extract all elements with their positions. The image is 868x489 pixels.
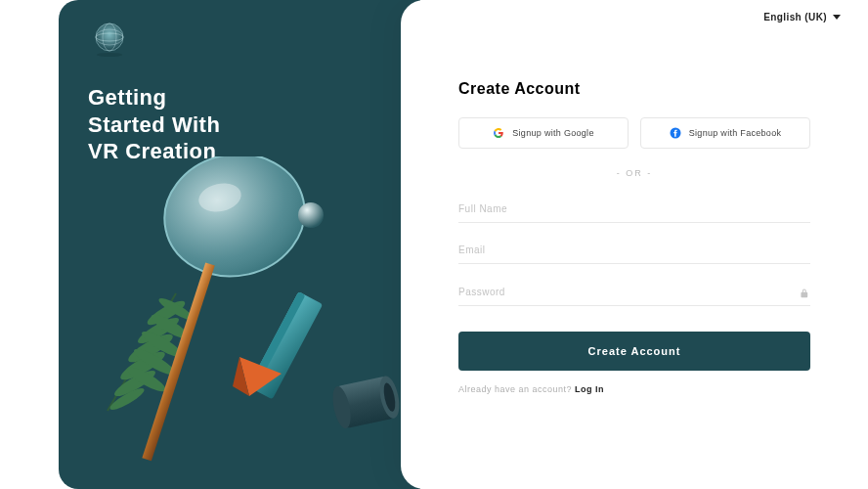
lock-icon [799, 286, 810, 297]
password-field[interactable] [458, 278, 810, 306]
chevron-down-icon [833, 15, 841, 20]
signup-facebook-button[interactable]: Signup with Facebook [640, 117, 810, 149]
form-divider: - OR - [458, 168, 810, 178]
form-title: Create Account [458, 80, 810, 98]
hero-line-1: Getting [88, 85, 167, 110]
facebook-icon [670, 127, 681, 139]
signup-google-button[interactable]: Signup with Google [458, 117, 629, 149]
hero-panel: Getting Started With VR Creation [59, 0, 420, 489]
login-prompt-row: Already have an account? Log In [458, 384, 810, 394]
fullname-field[interactable] [458, 196, 810, 223]
brand-logo [88, 18, 131, 61]
email-input[interactable] [458, 244, 810, 255]
svg-point-19 [298, 202, 324, 228]
form-panel: English (UK) Create Account Signup with … [401, 0, 868, 489]
svg-point-17 [153, 156, 317, 289]
language-label: English (UK) [763, 12, 827, 22]
google-button-label: Signup with Google [512, 128, 593, 138]
hero-heading: Getting Started With VR Creation [88, 84, 391, 165]
social-signup-row: Signup with Google Signup with Facebook [458, 117, 810, 149]
svg-point-0 [96, 23, 123, 51]
facebook-button-label: Signup with Facebook [689, 128, 782, 138]
create-account-button[interactable]: Create Account [458, 332, 810, 371]
password-input[interactable] [458, 287, 799, 297]
page-gutter [0, 0, 59, 489]
google-icon [493, 127, 504, 139]
svg-point-4 [97, 53, 122, 57]
signup-form: Create Account Signup with Google Signup… [458, 80, 810, 394]
hero-illustration [88, 156, 420, 489]
email-field[interactable] [458, 237, 810, 264]
login-link[interactable]: Log In [575, 384, 604, 394]
fullname-input[interactable] [458, 203, 810, 214]
login-prompt-text: Already have an account? [458, 384, 575, 394]
language-selector[interactable]: English (UK) [763, 12, 841, 22]
hero-line-2: Started With [88, 112, 220, 137]
